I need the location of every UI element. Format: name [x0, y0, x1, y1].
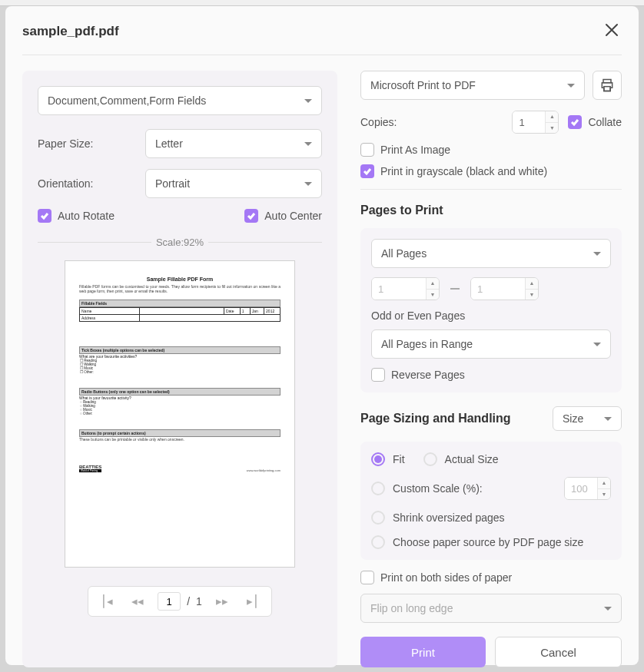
range-from-spinner[interactable]: ▲▼: [371, 277, 440, 300]
cancel-button[interactable]: Cancel: [495, 637, 622, 667]
page-preview: Sample Fillable PDF Form Fillable PDF fo…: [65, 260, 295, 568]
choose-paper-radio[interactable]: [371, 535, 385, 549]
page-range-select[interactable]: All Pages: [371, 239, 611, 268]
close-button[interactable]: [602, 20, 622, 42]
print-button[interactable]: Print: [360, 637, 486, 667]
copies-label: Copies:: [360, 116, 397, 128]
choose-paper-label: Choose paper source by PDF page size: [393, 536, 583, 548]
content-select[interactable]: Document,Comment,Form Fields: [38, 86, 322, 115]
close-icon: [605, 23, 619, 37]
actual-size-radio[interactable]: [423, 452, 437, 466]
paper-size-select[interactable]: Letter: [145, 129, 322, 158]
pager-current-input[interactable]: [158, 592, 181, 611]
auto-rotate-label: Auto Rotate: [58, 210, 115, 222]
grayscale-checkbox[interactable]: [360, 164, 374, 178]
collate-checkbox[interactable]: [568, 115, 582, 129]
flip-select[interactable]: Flip on long edge: [360, 594, 622, 623]
pager-next-button[interactable]: ▸▸: [211, 591, 233, 611]
custom-scale-spinner[interactable]: ▲▼: [564, 477, 611, 500]
pager-prev-button[interactable]: ◂◂: [127, 591, 148, 611]
reverse-label: Reverse Pages: [391, 369, 465, 381]
paper-size-label: Paper Size:: [38, 137, 145, 150]
chevron-down-icon: [304, 99, 312, 103]
odd-even-select[interactable]: All Pages in Range: [371, 329, 611, 359]
custom-scale-label: Custom Scale (%):: [393, 482, 483, 495]
duplex-checkbox[interactable]: [360, 571, 374, 584]
sizing-title: Page Sizing and Handling: [360, 412, 511, 425]
custom-scale-radio[interactable]: [371, 482, 385, 495]
printer-icon: [599, 78, 615, 93]
actual-size-label: Actual Size: [445, 453, 499, 465]
shrink-radio[interactable]: [371, 511, 385, 525]
range-to-spinner[interactable]: ▲▼: [470, 277, 539, 300]
copies-down-button[interactable]: ▼: [546, 123, 558, 134]
reverse-checkbox[interactable]: [371, 368, 385, 382]
print-dialog: sample_pdf.pdf Document,Comment,Form Fie…: [5, 6, 639, 665]
print-as-image-label: Print As Image: [380, 144, 450, 156]
size-mode-select[interactable]: Size: [553, 406, 622, 431]
collate-label: Collate: [588, 116, 622, 128]
dialog-header: sample_pdf.pdf: [22, 20, 622, 55]
chevron-down-icon: [304, 182, 312, 186]
orientation-label: Orientation:: [38, 177, 145, 190]
printer-select[interactable]: Microsoft Print to PDF: [360, 71, 585, 100]
pager-first-button[interactable]: ⎮◂: [96, 591, 118, 611]
auto-center-label: Auto Center: [264, 210, 322, 222]
pages-to-print-title: Pages to Print: [360, 204, 622, 217]
settings-panel: Microsoft Print to PDF Copies: ▲▼ Collat…: [360, 71, 622, 667]
pager: ⎮◂ ◂◂ / 1 ▸▸ ▸⎮: [88, 586, 272, 617]
pages-to-print-box: All Pages ▲▼ ▲▼ Odd or Even Pages All Pa…: [360, 228, 622, 392]
grayscale-label: Print in grayscale (black and white): [380, 165, 547, 177]
copies-up-button[interactable]: ▲: [546, 111, 558, 123]
auto-center-checkbox[interactable]: [244, 209, 258, 223]
fit-label: Fit: [393, 453, 405, 465]
chevron-down-icon: [604, 417, 612, 421]
chevron-down-icon: [567, 84, 575, 88]
fit-radio[interactable]: [371, 452, 385, 466]
orientation-select[interactable]: Portrait: [145, 169, 322, 198]
sizing-box: Fit Actual Size Custom Scale (%): ▲▼: [360, 442, 622, 560]
pager-last-button[interactable]: ▸⎮: [242, 591, 264, 611]
chevron-down-icon: [604, 607, 612, 611]
range-dash: [450, 288, 460, 290]
chevron-down-icon: [593, 343, 601, 346]
odd-even-label: Odd or Even Pages: [371, 310, 611, 322]
svg-rect-1: [604, 87, 610, 91]
preview-panel: Document,Comment,Form Fields Paper Size:…: [22, 71, 337, 667]
dialog-title: sample_pdf.pdf: [22, 24, 119, 39]
chevron-down-icon: [593, 252, 601, 256]
auto-rotate-checkbox[interactable]: [38, 209, 51, 223]
pager-total: 1: [196, 595, 202, 607]
chevron-down-icon: [304, 142, 312, 146]
print-as-image-checkbox[interactable]: [360, 143, 374, 157]
shrink-label: Shrink oversized pages: [393, 511, 505, 524]
scale-text: Scale:92%: [156, 237, 204, 248]
printer-properties-button[interactable]: [593, 71, 622, 100]
duplex-label: Print on both sides of paper: [380, 571, 512, 584]
copies-spinner[interactable]: ▲▼: [512, 111, 559, 134]
